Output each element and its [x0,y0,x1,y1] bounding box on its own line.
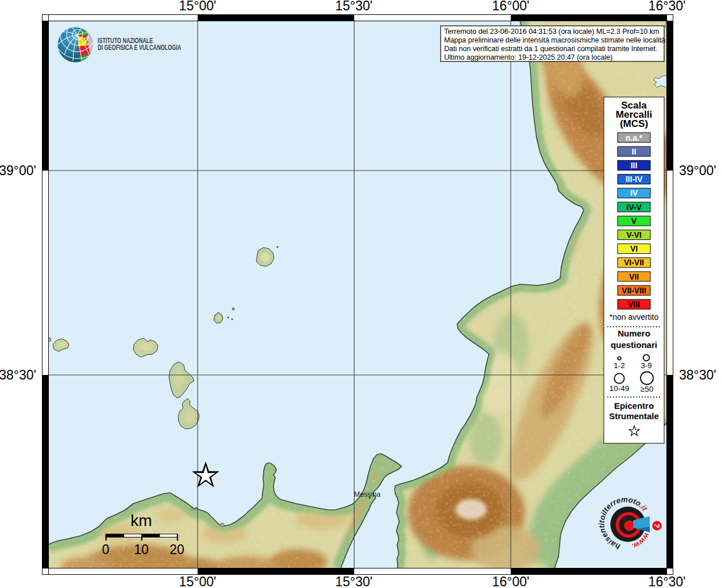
svg-text:16°00': 16°00' [492,0,530,13]
svg-text:Dati non verificati estratti d: Dati non verificati estratti da 1 questi… [444,45,657,53]
svg-text:38°30': 38°30' [679,368,716,382]
svg-text:15°30': 15°30' [336,0,373,13]
svg-text:Terremoto del 23-06-2016 04:31: Terremoto del 23-06-2016 04:31:53 (ora l… [444,28,659,36]
svg-text:IV: IV [630,188,638,198]
svg-text:15°30': 15°30' [336,574,373,588]
svg-text:Ultimo aggiornamento: 19-12-20: Ultimo aggiornamento: 19-12-2025 20:47 (… [444,53,612,61]
svg-text:10: 10 [134,542,149,557]
svg-text:questionari: questionari [611,340,657,350]
svg-text:39°00': 39°00' [679,163,716,178]
svg-text:*non avvertito: *non avvertito [610,312,659,322]
svg-text:10-49: 10-49 [610,384,630,393]
svg-text:Messina: Messina [354,490,381,498]
svg-text:0: 0 [102,542,110,557]
svg-text:VI-VII: VI-VII [624,258,644,267]
svg-text:DI GEOFISICA E VULCANOLOGIA: DI GEOFISICA E VULCANOLOGIA [98,44,181,52]
svg-text:15°00': 15°00' [179,0,217,13]
svg-text:≥50: ≥50 [641,385,653,393]
svg-text:IV-V: IV-V [626,203,642,212]
svg-text:III-IV: III-IV [626,175,643,184]
svg-text:39°00': 39°00' [0,163,36,178]
svg-text:II: II [632,147,637,156]
svg-text:Mappa preliminare delle intens: Mappa preliminare delle intensità macros… [444,36,666,44]
svg-text:III: III [631,161,638,170]
svg-text:km: km [130,512,152,529]
svg-text:16°30': 16°30' [649,574,686,588]
svg-text:(MCS): (MCS) [620,118,648,129]
svg-text:ISTITUTO NAZIONALE: ISTITUTO NAZIONALE [98,36,153,44]
svg-text:VI: VI [630,244,638,253]
svg-text:15°00': 15°00' [179,574,217,588]
svg-text:Epicentro: Epicentro [614,401,654,411]
svg-text:Strumentale: Strumentale [609,411,659,421]
svg-text:VII-VIII: VII-VIII [622,286,646,295]
svg-text:Numero: Numero [618,328,650,338]
svg-text:38°30': 38°30' [0,368,36,382]
svg-text:V-VI: V-VI [626,230,641,239]
svg-text:VII: VII [629,272,639,281]
svg-text:n.a.*: n.a.* [626,133,643,142]
svg-text:V: V [631,216,637,226]
svg-text:1-2: 1-2 [614,361,625,370]
svg-text:16°00': 16°00' [492,574,530,588]
svg-text:20: 20 [169,542,184,557]
svg-text:VIII: VIII [628,300,640,309]
svg-text:3-9: 3-9 [641,361,652,370]
svg-text:16°30': 16°30' [649,0,686,13]
